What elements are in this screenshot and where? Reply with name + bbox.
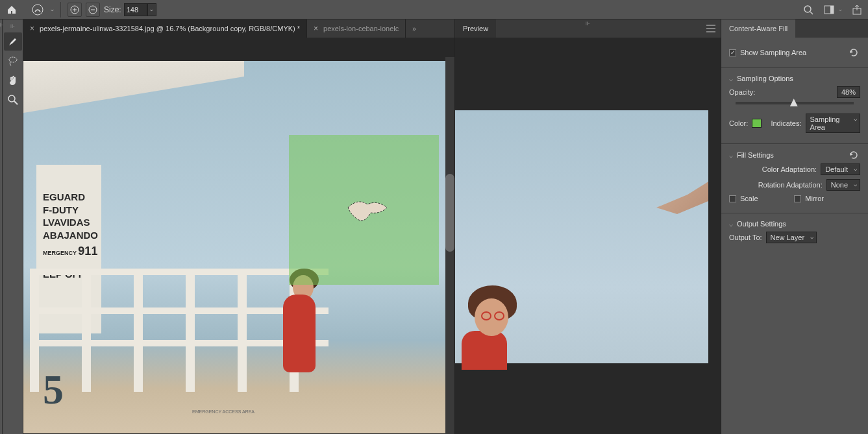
preview-image (455, 110, 708, 363)
mirror-checkbox[interactable] (794, 195, 801, 202)
svg-rect-5 (830, 6, 834, 14)
chevron-down-icon: ⌵ (729, 75, 733, 82)
tower-number: 5 (43, 366, 64, 414)
chevron-down-icon[interactable]: ⌵ (839, 6, 842, 12)
access-sign: EMERGENCY ACCESS AREA (192, 409, 254, 414)
document-tab-active[interactable]: × pexels-jermaine-ulinwa-3321584.jpg @ 1… (23, 19, 307, 38)
svg-point-3 (804, 6, 811, 12)
close-icon[interactable]: × (30, 24, 34, 33)
document-tab-inactive[interactable]: × pexels-ion-ceban-ionelc (307, 19, 406, 38)
opacity-label: Opacity: (729, 88, 755, 96)
hand-tool[interactable] (4, 71, 22, 90)
share-icon[interactable] (851, 4, 863, 16)
preview-panel: ⊪ Preview (454, 19, 721, 434)
left-collapsed-panel[interactable]: ⊪ (0, 19, 3, 434)
tab-title: pexels-jermaine-ulinwa-3321584.jpg @ 16.… (40, 25, 300, 32)
mirror-label: Mirror (805, 195, 824, 202)
section-sampling-options[interactable]: ⌵ Sampling Options (729, 75, 860, 82)
section-output-settings[interactable]: ⌵ Output Settings (729, 220, 860, 228)
workspace-icon[interactable] (823, 4, 835, 16)
opacity-slider[interactable] (736, 102, 854, 104)
indicates-label: Indicates: (771, 119, 801, 127)
color-adaptation-dropdown[interactable]: Default (821, 163, 860, 175)
brush-add-button[interactable] (68, 3, 82, 17)
rotation-adaptation-label: Rotation Adaptation: (758, 181, 823, 189)
wall-sign-text: EGUARD F-DUTY LVAVIDAS ABAJANDO MERGENCY… (43, 191, 98, 281)
svg-point-8 (8, 95, 15, 102)
close-icon[interactable]: × (314, 24, 318, 33)
scale-checkbox[interactable] (729, 195, 736, 202)
document-tabs: × pexels-jermaine-ulinwa-3321584.jpg @ 1… (23, 19, 454, 38)
brush-subtract-button[interactable] (86, 3, 100, 17)
canvas[interactable]: EGUARD F-DUTY LVAVIDAS ABAJANDO MERGENCY… (23, 38, 454, 434)
selection-bird (345, 195, 390, 227)
size-input[interactable] (124, 3, 147, 16)
home-icon[interactable] (5, 3, 18, 16)
content-aware-fill-panel: Content-Aware Fill Show Sampling Area ⌵ … (721, 19, 868, 434)
preview-canvas[interactable] (455, 38, 721, 434)
brush-preview-icon[interactable] (30, 3, 49, 16)
tool-sidebar: ⊪ (3, 19, 23, 434)
show-sampling-checkbox[interactable] (729, 49, 736, 56)
lasso-tool[interactable] (4, 52, 22, 70)
size-label: Size: (104, 5, 121, 14)
vertical-scrollbar[interactable] (445, 57, 454, 434)
size-dropdown-icon[interactable]: ⌵ (147, 3, 156, 16)
show-sampling-label: Show Sampling Area (740, 49, 806, 56)
color-label: Color: (729, 119, 748, 127)
output-to-dropdown[interactable]: New Layer (766, 232, 817, 243)
chevron-down-icon[interactable]: ⌵ (51, 6, 54, 12)
opacity-value[interactable]: 48% (837, 86, 860, 98)
options-bar: ⌵ Size: ⌵ ⌵ (0, 0, 868, 19)
output-to-label: Output To: (729, 234, 762, 241)
tabs-overflow-icon[interactable]: » (408, 25, 420, 32)
reset-icon[interactable] (849, 151, 860, 160)
rotation-adaptation-dropdown[interactable]: None (826, 179, 860, 191)
tab-content-aware-fill[interactable]: Content-Aware Fill (721, 19, 795, 38)
chevron-down-icon: ⌵ (729, 152, 733, 159)
tab-title: pexels-ion-ceban-ionelc (323, 25, 399, 32)
separator (60, 2, 61, 18)
canvas-image: EGUARD F-DUTY LVAVIDAS ABAJANDO MERGENCY… (23, 61, 445, 433)
indicates-dropdown[interactable]: Sampling Area (806, 114, 860, 133)
search-icon[interactable] (802, 4, 814, 16)
scale-label: Scale (740, 195, 758, 202)
zoom-tool[interactable] (4, 91, 22, 109)
color-adaptation-label: Color Adaptation: (762, 165, 817, 173)
svg-point-7 (9, 57, 17, 62)
color-swatch[interactable] (752, 119, 762, 128)
grip-icon[interactable]: ⊪ (3, 23, 23, 31)
section-fill-settings[interactable]: ⌵ Fill Settings (729, 151, 860, 160)
sampling-brush-tool[interactable] (4, 32, 22, 51)
chevron-down-icon: ⌵ (729, 221, 733, 228)
document-area: × pexels-jermaine-ulinwa-3321584.jpg @ 1… (23, 19, 454, 434)
reset-icon[interactable] (849, 48, 860, 57)
